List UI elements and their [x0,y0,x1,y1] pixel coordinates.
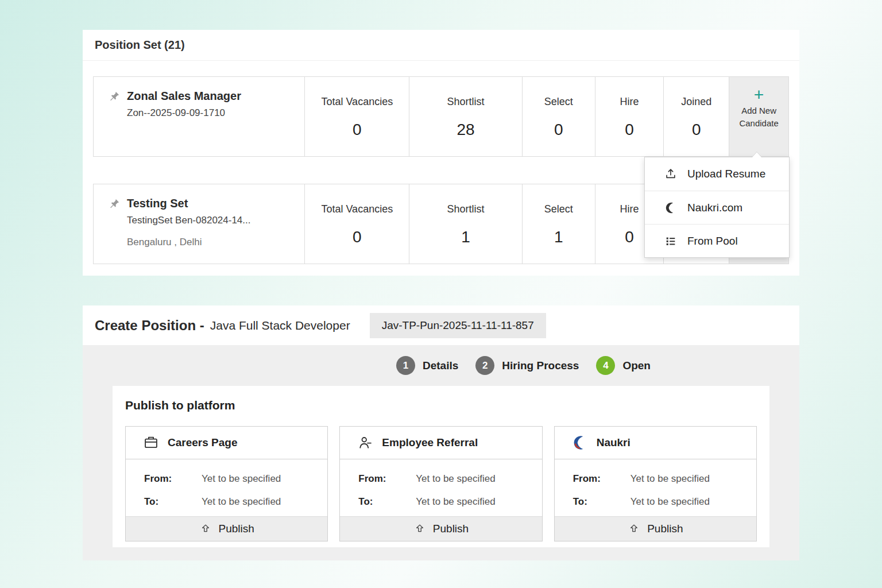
position-set-card: Position Set (21) Zonal Sales Manager Zo… [83,30,799,276]
metric-shortlist[interactable]: Shortlist 28 [409,77,522,156]
metric-value[interactable]: 0 [353,228,362,246]
from-label: From: [573,473,630,485]
pin-icon[interactable] [109,198,120,210]
metric-total-vacancies[interactable]: Total Vacancies 0 [304,77,409,156]
metric-total-vacancies[interactable]: Total Vacancies 0 [304,184,409,264]
platform-name: Careers Page [168,436,237,449]
position-title: Zonal Sales Manager [127,90,241,103]
publish-panel: Publish to platform Careers Page From: Y… [113,386,769,547]
from-label: From: [358,473,416,485]
metric-label: Select [544,95,573,108]
to-value: Yet to be specified [416,496,495,508]
platform-header: Careers Page [126,427,327,459]
wizard-steps: 1 Details 2 Hiring Process 4 Open [396,356,668,375]
create-position-title: Create Position - [95,318,204,334]
publish-panel-title: Publish to platform [113,386,769,412]
step-open-circle[interactable]: 4 [596,356,615,375]
metric-value[interactable]: 0 [353,121,362,139]
from-label: From: [144,473,202,485]
to-row: To: Yet to be specified [126,496,327,508]
naukri-icon [572,435,588,451]
list-icon [664,235,677,247]
step-hiring-process-label[interactable]: Hiring Process [502,359,579,372]
platform-card-naukri: Naukri From: Yet to be specified To: Yet… [554,426,757,541]
metric-value[interactable]: 0 [692,121,701,139]
to-row: To: Yet to be specified [555,496,756,508]
create-position-header: Create Position - Java Full Stack Develo… [83,305,799,345]
metric-value[interactable]: 0 [625,228,634,246]
careers-page-icon [143,435,159,451]
menu-item-from-pool[interactable]: From Pool [645,224,789,257]
position-code: TestingSet Ben-082024-14... [127,215,250,226]
position-info-cell[interactable]: Zonal Sales Manager Zon--2025-09-09-1710 [94,77,304,156]
position-code: Zon--2025-09-09-1710 [127,107,225,119]
metric-label: Shortlist [447,95,484,108]
add-new-candidate-label: Candidate [739,118,778,129]
metric-value[interactable]: 1 [554,228,563,246]
metric-joined[interactable]: Joined 0 [663,77,729,156]
metric-label: Shortlist [447,203,484,215]
step-details-label[interactable]: Details [423,359,458,372]
from-value: Yet to be specified [202,473,281,485]
publish-button[interactable]: Publish [340,516,541,541]
platform-name: Naukri [597,436,630,449]
from-value: Yet to be specified [416,473,495,485]
menu-item-upload-resume[interactable]: Upload Resume [645,157,789,191]
add-candidate-dropdown: Upload Resume Naukri.com From Pool [644,157,790,258]
metric-label: Total Vacancies [321,203,393,215]
metric-value[interactable]: 0 [554,121,563,139]
metric-label: Total Vacancies [321,95,393,108]
position-row-zonal-sales-manager: Zonal Sales Manager Zon--2025-09-09-1710… [93,76,789,157]
metric-label: Hire [620,95,639,108]
employee-referral-icon [357,435,373,451]
to-label: To: [144,496,202,508]
metric-select[interactable]: Select 1 [522,184,595,264]
to-value: Yet to be specified [630,496,710,508]
metric-value[interactable]: 1 [461,228,470,246]
platform-cards: Careers Page From: Yet to be specified T… [125,426,757,541]
plus-icon: + [754,86,764,103]
add-new-candidate-label: Add New [741,105,776,116]
publish-arrow-icon [199,523,212,535]
metric-value[interactable]: 0 [625,121,634,139]
publish-arrow-icon [413,523,426,535]
publish-button-label: Publish [219,523,254,535]
naukri-icon [664,202,677,214]
create-position-name: Java Full Stack Developer [210,319,350,332]
menu-item-naukri[interactable]: Naukri.com [645,191,789,224]
publish-arrow-icon [628,523,640,535]
publish-button[interactable]: Publish [126,516,327,541]
from-row: From: Yet to be specified [555,473,756,485]
metric-value[interactable]: 28 [457,121,474,139]
metric-select[interactable]: Select 0 [522,77,595,156]
from-row: From: Yet to be specified [340,473,541,485]
platform-card-employee-referral: Employee Referral From: Yet to be specif… [339,426,542,541]
platform-card-careers-page: Careers Page From: Yet to be specified T… [125,426,328,541]
position-location: Bengaluru , Delhi [127,237,202,248]
platform-header: Naukri [555,427,756,459]
step-open-label[interactable]: Open [622,359,651,372]
metric-label: Select [544,203,573,215]
add-new-candidate-button[interactable]: + Add New Candidate [729,77,788,156]
position-set-title: Position Set (21) [95,38,185,52]
upload-icon [664,168,677,180]
metric-label: Hire [620,203,639,215]
metric-shortlist[interactable]: Shortlist 1 [409,184,522,264]
menu-item-label: From Pool [687,235,738,247]
from-value: Yet to be specified [630,473,710,485]
step-details-circle[interactable]: 1 [396,356,415,375]
position-info-cell[interactable]: Testing Set TestingSet Ben-082024-14... … [94,184,304,264]
from-row: From: Yet to be specified [126,473,327,485]
to-label: To: [573,496,630,508]
step-hiring-process-circle[interactable]: 2 [475,356,494,375]
menu-item-label: Upload Resume [687,168,765,180]
metric-hire[interactable]: Hire 0 [595,77,664,156]
publish-button-label: Publish [433,523,469,535]
pin-icon[interactable] [109,91,120,102]
publish-button[interactable]: Publish [555,516,756,541]
menu-item-label: Naukri.com [687,202,742,214]
to-label: To: [358,496,416,508]
platform-header: Employee Referral [340,427,541,459]
publish-button-label: Publish [647,523,683,535]
create-position-body: 1 Details 2 Hiring Process 4 Open Publis… [83,345,799,560]
